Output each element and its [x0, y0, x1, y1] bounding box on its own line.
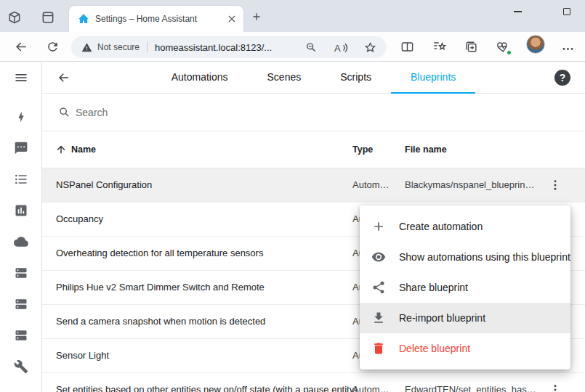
- new-tab-icon[interactable]: [251, 11, 262, 23]
- row-overflow-menu-icon[interactable]: [546, 176, 564, 194]
- tab-blueprints[interactable]: Blueprints: [391, 62, 475, 94]
- assist-chat-icon[interactable]: [14, 141, 28, 155]
- browser-more-icon[interactable]: [561, 42, 575, 56]
- history-chart-icon[interactable]: [14, 203, 28, 218]
- help-button[interactable]: ?: [554, 70, 570, 86]
- row-name: Send a camera snapshot when motion is de…: [56, 305, 265, 338]
- tab-scenes[interactable]: Scenes: [248, 62, 321, 94]
- row-name: Occupancy: [56, 203, 103, 236]
- table-row[interactable]: NSPanel Configuration Autom… Blackymas/n…: [42, 168, 585, 203]
- tab-actions-icon[interactable]: [41, 10, 55, 25]
- row-type: Autom…: [352, 373, 390, 392]
- ha-app-header: Automations Scenes Scripts Blueprints ?: [42, 62, 585, 94]
- address-url[interactable]: homeassistant.local:8123/...: [155, 42, 272, 53]
- favorites-hub-icon[interactable]: [432, 40, 446, 54]
- menu-item-label: Delete blueprint: [399, 343, 470, 354]
- menu-item-label: Create automation: [399, 221, 483, 232]
- address-divider: [147, 42, 148, 52]
- browser-refresh-icon[interactable]: [46, 40, 60, 54]
- browser-essentials-icon[interactable]: [496, 40, 510, 54]
- menu-hamburger-icon[interactable]: [14, 70, 28, 85]
- table-row[interactable]: Set entities based on other entities new…: [42, 373, 585, 392]
- window-minimize-button[interactable]: [501, 0, 534, 23]
- menu-item-label: Show automations using this blueprint: [399, 251, 570, 263]
- collections-icon[interactable]: [464, 40, 478, 54]
- browser-tab[interactable]: Settings – Home Assistant: [69, 6, 243, 32]
- browser-tab-title: Settings – Home Assistant: [95, 14, 226, 24]
- menu-item-reimport-blueprint[interactable]: Re-import blueprint: [360, 303, 570, 333]
- server-icon-2[interactable]: [14, 297, 28, 311]
- search-input[interactable]: [76, 107, 366, 118]
- tab-automations[interactable]: Automations: [152, 62, 248, 94]
- table-header: Name Type File name: [42, 131, 585, 168]
- blueprint-context-menu: Create automation Show automations using…: [360, 205, 570, 369]
- row-overflow-menu-icon[interactable]: [546, 381, 564, 392]
- menu-item-show-automations[interactable]: Show automations using this blueprint: [360, 242, 570, 272]
- menu-item-label: Re-import blueprint: [399, 312, 485, 324]
- menu-item-create-automation[interactable]: Create automation: [360, 211, 570, 242]
- download-icon: [371, 311, 386, 325]
- logbook-list-icon[interactable]: [14, 172, 28, 187]
- row-name: Sensor Light: [56, 339, 109, 372]
- tools-wrench-icon[interactable]: [14, 359, 28, 374]
- essentials-status-dot: [507, 50, 512, 55]
- plus-icon: [371, 219, 386, 234]
- server-icon-1[interactable]: [14, 266, 28, 280]
- read-aloud-icon[interactable]: A: [334, 41, 348, 54]
- split-screen-icon[interactable]: [400, 40, 414, 54]
- zoom-out-icon[interactable]: [305, 41, 318, 54]
- search-row: [42, 94, 585, 131]
- svg-text:A: A: [334, 43, 341, 54]
- ha-sidebar: [0, 62, 42, 392]
- ha-tab-bar: Automations Scenes Scripts Blueprints: [42, 62, 585, 94]
- trash-icon: [371, 341, 386, 356]
- search-icon: [58, 106, 71, 119]
- row-name: NSPanel Configuration: [56, 168, 152, 202]
- security-label[interactable]: Not secure: [97, 42, 140, 52]
- window-maximize-button[interactable]: [550, 0, 584, 23]
- tab-close-icon[interactable]: [226, 13, 238, 25]
- browser-toolbar: Not secure homeassistant.local:8123/... …: [0, 32, 585, 62]
- profile-avatar[interactable]: [526, 35, 545, 54]
- column-header-type: Type: [352, 131, 373, 168]
- cloud-icon[interactable]: [14, 234, 28, 249]
- row-name: Set entities based on other entities new…: [56, 373, 358, 392]
- favorite-star-icon[interactable]: [364, 41, 376, 54]
- share-icon: [371, 280, 386, 295]
- sort-ascending-icon[interactable]: [55, 144, 67, 155]
- menu-item-label: Share blueprint: [399, 282, 468, 293]
- row-file: Blackymas/nspanel_blueprin…: [405, 168, 534, 202]
- menu-item-delete-blueprint[interactable]: Delete blueprint: [360, 333, 570, 364]
- column-header-name[interactable]: Name: [71, 131, 96, 168]
- row-name: Overheating detection for all temperatur…: [56, 237, 263, 270]
- address-bar[interactable]: Not secure homeassistant.local:8123/... …: [71, 36, 387, 58]
- column-header-file: File name: [405, 131, 447, 168]
- tab-scripts[interactable]: Scripts: [320, 62, 391, 94]
- browser-tab-strip: Settings – Home Assistant: [0, 0, 585, 32]
- menu-item-share-blueprint[interactable]: Share blueprint: [360, 272, 570, 303]
- row-type: Autom…: [352, 168, 390, 202]
- row-name: Philips Hue v2 Smart Dimmer Switch and R…: [56, 271, 265, 304]
- eye-icon: [371, 250, 386, 264]
- workspaces-icon[interactable]: [7, 10, 22, 25]
- row-file: EdwardTEN/set_entities_has…: [405, 373, 536, 392]
- server-icon-3[interactable]: [14, 328, 28, 343]
- energy-lightning-icon[interactable]: [14, 110, 28, 124]
- not-secure-warning-icon[interactable]: [81, 42, 92, 53]
- browser-back-icon[interactable]: [15, 40, 28, 54]
- home-assistant-favicon: [78, 13, 89, 25]
